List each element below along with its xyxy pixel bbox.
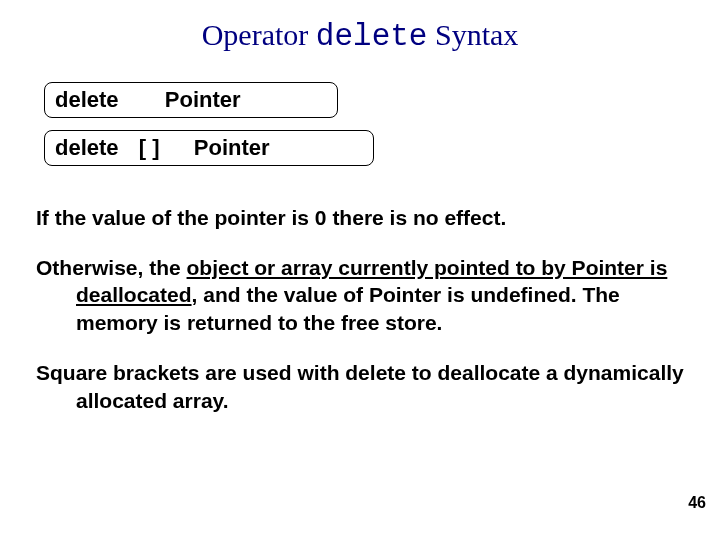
paragraph-3: Square brackets are used with delete to … [36,359,684,414]
p2-lead: Otherwise, the [36,256,187,279]
title-prefix: Operator [202,18,316,51]
slide-title: Operator delete Syntax [0,18,720,54]
paragraph-1: If the value of the pointer is 0 there i… [36,204,684,232]
page-number: 46 [688,494,706,512]
paragraph-2: Otherwise, the object or array currently… [36,254,684,337]
title-code: delete [316,19,428,54]
syntax-keyword: delete [55,135,119,160]
body-text: If the value of the pointer is 0 there i… [0,204,720,414]
syntax-brackets: [ ] [139,135,160,160]
syntax-keyword: delete [55,87,119,112]
title-suffix: Syntax [427,18,518,51]
syntax-arg: Pointer [165,87,241,112]
syntax-box-scalar: delete Pointer [44,82,338,118]
syntax-box-array: delete [ ] Pointer [44,130,374,166]
syntax-box-area: delete Pointer delete [ ] Pointer [0,82,720,178]
syntax-arg: Pointer [194,135,270,160]
